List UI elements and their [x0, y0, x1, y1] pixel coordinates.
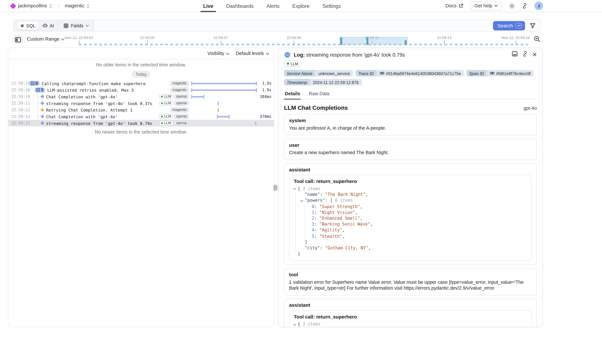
breadcrumb-project[interactable]: magentic [65, 3, 90, 9]
chip-value: #fd81e8f78c4ecc9f [487, 70, 534, 76]
log-row[interactable]: 22:59:11streaming response from 'gpt-4o'… [8, 100, 274, 107]
span-bar-cap [191, 95, 192, 99]
timeline-baseline [79, 44, 528, 45]
tree-connector [38, 96, 40, 97]
message-system: systemYou are professor A, in charge of … [284, 114, 537, 135]
project-name[interactable]: magentic [65, 3, 85, 9]
share-link-button[interactable] [522, 3, 527, 9]
collapse-caret-icon[interactable] [301, 200, 305, 201]
time-range-dropdown[interactable]: Custom Range [27, 36, 64, 42]
chip-span-id[interactable]: Span ID#fd81e8f78c4ecc9f [466, 70, 534, 76]
log-tags: LLMopenai [164, 94, 189, 99]
log-timestamp: 22:59:11 [11, 108, 28, 112]
chip-value: unknown_service [315, 70, 353, 76]
sql-mode-button[interactable]: SQL [17, 22, 39, 30]
log-rows: 22:59:106Calling chatprompt-function mak… [8, 80, 274, 126]
log-duration: 370ms [257, 114, 271, 119]
log-row[interactable]: 22:59:10Chat Completion with 'gpt-4o'LLM… [8, 93, 274, 100]
duration-track [191, 106, 257, 113]
collapse-badge[interactable]: 5 [35, 87, 45, 93]
today-badge[interactable]: Today [132, 71, 150, 78]
collapse-caret-icon[interactable] [294, 324, 298, 325]
log-duration: 384ms [257, 94, 271, 99]
avatar[interactable]: J [534, 2, 543, 10]
log-timestamp: 22:59:10 [11, 81, 28, 85]
copy-link-button[interactable] [522, 51, 528, 58]
duration-track [191, 113, 257, 120]
timeline-tick-label: Nov 12, 22:59:03 [65, 36, 93, 40]
tree-connector [38, 110, 40, 110]
log-row[interactable]: 22:59:12streaming response from 'gpt-4o'… [8, 120, 274, 126]
theme-toggle-button[interactable] [509, 3, 515, 9]
span-bar [191, 83, 257, 84]
ai-label: AI [50, 23, 54, 28]
log-row[interactable]: 22:59:105LLM-assisted retries enabled. M… [8, 87, 274, 93]
chip-trace-id[interactable]: Trace ID#9146a6974e4e6140538043607a71c75… [355, 70, 464, 76]
chevron-updown-icon [86, 4, 90, 8]
query-mode-segment: SQL AI [13, 20, 59, 31]
breadcrumb-org[interactable]: jackmpcollins [18, 3, 52, 9]
tool-call-card: Tool call: return_superhero{3 items"name… [289, 311, 532, 327]
duration-track [191, 120, 257, 126]
tab-explore[interactable]: Explore [292, 0, 310, 12]
timeline[interactable]: Nov 12, 22:59:0322:59:0522:59:0722:59:09… [66, 34, 541, 46]
detail-title-text: streaming response from 'gpt-4o' took 0.… [306, 52, 405, 58]
tab-live[interactable]: Live [203, 0, 213, 12]
panel-resize-handle[interactable] [273, 184, 278, 191]
tab-alerts[interactable]: Alerts [267, 0, 280, 12]
default-levels-dropdown[interactable]: Default levels [236, 51, 268, 56]
event-tick [255, 121, 256, 125]
tab-settings[interactable]: Settings [322, 0, 341, 12]
timeline-tick [79, 41, 79, 44]
search-button[interactable]: Search [493, 21, 525, 30]
timeline-tick [147, 41, 148, 44]
chip-timestamp[interactable]: Timestamp2024-11-12 22:59:12.876 [284, 79, 362, 85]
time-range-bar: Custom Range Nov 12, 22:59:0322:59:0522:… [13, 34, 541, 46]
log-message: Chat Completion with 'gpt-4o' [46, 94, 118, 99]
org-name[interactable]: jackmpcollins [18, 3, 47, 9]
collapse-caret-icon[interactable] [294, 188, 298, 189]
message-assistant: assistantTool call: return_superhero{3 i… [284, 163, 537, 265]
log-message: streaming response from 'gpt-4o' took 0.… [46, 121, 152, 125]
detail-tab-raw-data[interactable]: Raw Data [308, 89, 330, 99]
detail-title: Log: streaming response from 'gpt-4o' to… [294, 52, 405, 58]
log-row[interactable]: 22:59:106Calling chatprompt-function mak… [8, 80, 274, 87]
zoom-in-button[interactable] [534, 36, 541, 44]
ai-mode-button[interactable]: AI [43, 23, 55, 28]
log-row[interactable]: 22:59:11Chat Completion with 'gpt-4o'LLM… [8, 113, 274, 120]
get-help-button[interactable]: Get help [470, 1, 502, 10]
tag-openai: openai [174, 121, 189, 126]
fields-dropdown[interactable]: Fields [59, 20, 94, 31]
duration-track [191, 93, 257, 100]
json-line: 4: "Agility", [294, 227, 527, 233]
timeline-selection[interactable] [340, 37, 408, 45]
timeline-histogram-bar [405, 40, 407, 45]
message-role: assistant [289, 303, 532, 308]
collapse-badge[interactable]: 6 [29, 81, 39, 86]
message-role: system [289, 118, 532, 124]
collapse-panel-button[interactable] [13, 35, 23, 44]
log-row[interactable]: 22:59:11Retrying Chat Completion. Attemp… [8, 106, 274, 113]
tab-dashboards[interactable]: Dashboards [226, 0, 254, 12]
log-tags: magentic [164, 107, 189, 112]
tag-magentic: magentic [171, 107, 189, 112]
external-link-icon [459, 4, 463, 8]
asterisk-icon [20, 24, 24, 28]
tool-call-card: Tool call: return_superhero{3 items"name… [289, 175, 532, 261]
tag-openai: openai [174, 101, 189, 106]
timeline-tick-label: 22:59:09 [287, 36, 301, 40]
close-button[interactable] [532, 51, 537, 58]
visibility-dropdown[interactable]: Visibility [207, 51, 229, 56]
dock-panel-button[interactable] [512, 51, 518, 58]
docs-link[interactable]: Docs [445, 3, 463, 9]
visibility-label: Visibility [207, 51, 224, 56]
message-role: assistant [289, 167, 532, 173]
chip-service-name[interactable]: Service Nameunknown_service [284, 70, 353, 76]
filter-button[interactable] [530, 23, 536, 28]
detail-tab-details[interactable]: Details [284, 89, 301, 99]
magnifier-plus-icon [534, 36, 541, 42]
log-list-panel: Visibility Default levels No older items… [8, 48, 274, 327]
json-line: 5: "Stealth", [294, 233, 527, 239]
blue-diamond-icon [41, 115, 44, 119]
event-tick [218, 102, 219, 105]
